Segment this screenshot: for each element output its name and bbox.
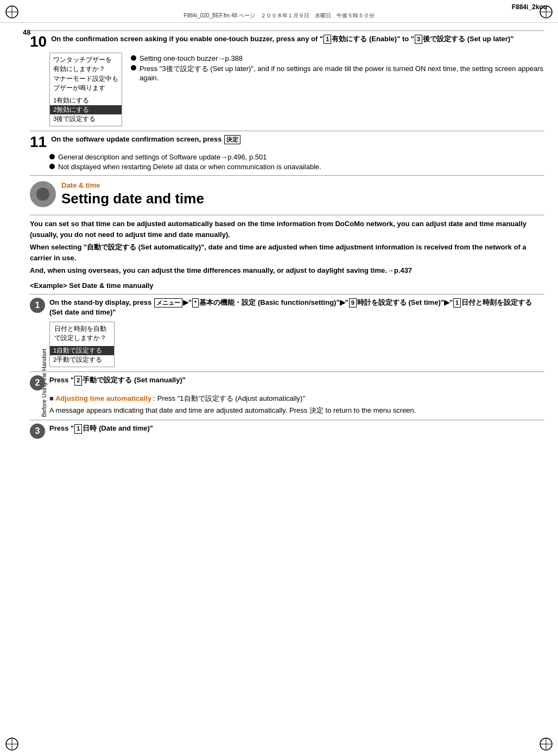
- step10-title: On the confirmation screen asking if you…: [51, 34, 544, 44]
- step2-note: ■ Adjusting time automatically : Press "…: [49, 394, 544, 415]
- step1-main-title: On the stand-by display, press メニュー▶"*基本…: [49, 298, 544, 318]
- section-icon-inner: [36, 188, 49, 201]
- step1-circle: 1: [30, 298, 45, 313]
- step1-mockup: 日付と時刻を自動 で設定しますか？ 1自動で設定する 2手動で設定する: [49, 322, 115, 367]
- step1-option1: 1自動で設定する: [50, 346, 114, 355]
- step10-screen-line1: ワンタッチブザーを: [50, 53, 122, 65]
- step11-header: 11 On the software update confirmation s…: [30, 134, 544, 150]
- step1-screen-container: 日付と時刻を自動 で設定しますか？ 1自動で設定する 2手動で設定する: [49, 322, 544, 367]
- step10-bullet1-text: Setting one-touch buzzer→p.388: [140, 54, 243, 62]
- note-kbd1: 1: [180, 394, 183, 402]
- step10-bullets: Setting one-touch buzzer→p.388 Press "3後…: [131, 53, 544, 126]
- note-desc2: to return to the menu screen.: [326, 406, 416, 414]
- step2-title1: Press ": [49, 376, 74, 384]
- divider-top: [30, 30, 544, 31]
- section-header-row: Date & time Setting date and time: [30, 181, 544, 212]
- step10-number: 10: [30, 34, 47, 49]
- step10-kbd1: 1: [324, 35, 331, 44]
- step11-kbd: 決定: [224, 135, 240, 144]
- step11-bullet2-text: Not displayed when restarting Delete all…: [58, 163, 321, 171]
- section-label: Date & time: [61, 181, 204, 189]
- step1-main-header: 1 On the stand-by display, press メニュー▶"*…: [30, 298, 544, 318]
- step1-title2: ▶": [183, 298, 192, 306]
- step2-main-title: Press "2手動で設定する (Set manually)": [49, 375, 544, 385]
- step3-circle: 3: [30, 424, 45, 439]
- step1-screen-line1: 日付と時刻を自動: [50, 322, 114, 334]
- intro-line2: When selecting "自動で設定する (Set automatical…: [30, 242, 544, 263]
- step11-title: On the software update confirmation scre…: [51, 134, 544, 144]
- step10-screen-line2: 有効にしますか？: [50, 65, 122, 74]
- bullet-circle-icon2: [131, 65, 136, 71]
- note-square-icon: ■: [49, 394, 55, 402]
- step3-main-header: 3 Press "1日時 (Date and time)": [30, 424, 544, 439]
- step1-kbd-star: *: [192, 298, 199, 307]
- step10-two-col: ワンタッチブザーを 有効にしますか？ マナーモード設定中も ブザーが鳴ります 1…: [49, 53, 544, 126]
- step10-header: 10 On the confirmation screen asking if …: [30, 34, 544, 49]
- step1-main-block: 1 On the stand-by display, press メニュー▶"*…: [30, 298, 544, 368]
- step2-circle: 2: [30, 375, 45, 390]
- step2-title2: 手動で設定する (Set manually)": [83, 376, 186, 384]
- step1-screen-line2: で設定しますか？: [50, 334, 114, 345]
- step11-bullet1-text: General description and settings of Soft…: [58, 153, 267, 161]
- step3-main-block: 3 Press "1日時 (Date and time)": [30, 424, 544, 439]
- step2-kbd2: 2: [74, 376, 82, 385]
- divider-6: [30, 420, 544, 420]
- step11-number: 11: [30, 134, 47, 150]
- step1-main-content: On the stand-by display, press メニュー▶"*基本…: [49, 298, 544, 318]
- note-text: 自動で設定する (Adjust automatically)": [184, 394, 306, 402]
- step1-kbd-9: 9: [349, 298, 357, 307]
- divider-2: [30, 175, 544, 176]
- step10-content: On the confirmation screen asking if you…: [51, 34, 544, 44]
- step11-bullets: General description and settings of Soft…: [49, 153, 544, 171]
- note-kbd-ketei: 決定: [309, 406, 324, 414]
- step1-title4: 時計を設定する (Set time)"▶": [357, 298, 453, 306]
- intro-line1: You can set so that time can be adjusted…: [30, 219, 544, 240]
- divider-1: [30, 131, 544, 131]
- bullet-circle-icon: [131, 55, 136, 61]
- step11-content: On the software update confirmation scre…: [51, 134, 544, 144]
- step1-title1: On the stand-by display, press: [49, 298, 154, 306]
- step10-kbd3: 3: [415, 35, 422, 44]
- step10-screen: ワンタッチブザーを 有効にしますか？ マナーモード設定中も ブザーが鳴ります 1…: [49, 53, 122, 126]
- step1-option2: 2手動で設定する: [50, 355, 114, 364]
- file-info: F884i_020_BEF.fm 48 ページ ２００８年１月９日 水曜日 午後…: [183, 12, 375, 20]
- main-content: 10 On the confirmation screen asking if …: [30, 27, 544, 729]
- bullet-circle-icon4: [49, 164, 55, 169]
- step10-screen-line4: ブザーが鳴ります: [50, 84, 122, 95]
- step3-title1: Press ": [49, 424, 74, 432]
- step3-main-content: Press "1日時 (Date and time)": [49, 424, 544, 433]
- step10-title-text2: 有効にする (Enable)" to ": [332, 35, 414, 43]
- divider-4: [30, 294, 544, 294]
- step10-bullet2-text: Press "3後で設定する (Set up later)", and if n…: [140, 64, 544, 82]
- step10-title-text1: On the confirmation screen asking if you…: [51, 35, 323, 43]
- section-title: Setting date and time: [61, 190, 204, 207]
- step10-option2: 2無効にする: [50, 105, 122, 114]
- corner-mark-br: [538, 736, 554, 752]
- step10-title-text3: 後で設定する (Set up later)": [423, 35, 513, 43]
- step1-options: 1自動で設定する 2手動で設定する: [50, 345, 114, 367]
- step1-kbd-menu: メニュー: [154, 298, 182, 307]
- step10-block: 10 On the confirmation screen asking if …: [30, 34, 544, 126]
- corner-mark-bl: [4, 736, 20, 752]
- step11-title-text: On the software update confirmation scre…: [51, 135, 221, 143]
- step10-option1: 1有効にする: [50, 96, 122, 105]
- divider-3: [30, 215, 544, 215]
- step10-bullet2: Press "3後で設定する (Set up later)", and if n…: [131, 64, 544, 82]
- bullet-circle-icon3: [49, 154, 55, 159]
- section-icon: [30, 181, 56, 207]
- step10-bullet1: Setting one-touch buzzer→p.388: [131, 54, 544, 62]
- step2-main-header: 2 Press "2手動で設定する (Set manually)": [30, 375, 544, 390]
- section-title-block: Date & time Setting date and time: [61, 181, 204, 212]
- note-colon: : Press ": [154, 394, 180, 402]
- step2-main-block: 2 Press "2手動で設定する (Set manually)" ■ Adju…: [30, 375, 544, 415]
- step11-bullet2: Not displayed when restarting Delete all…: [49, 163, 544, 171]
- intro-line3: And, when using overseas, you can adjust…: [30, 265, 544, 276]
- step3-title2: 日時 (Date and time)": [83, 424, 153, 432]
- step10-options: 1有効にする 2無効にする 3後で設定する: [50, 95, 122, 126]
- step10-mockup: ワンタッチブザーを 有効にしますか？ マナーモード設定中も ブザーが鳴ります 1…: [49, 53, 122, 126]
- note-block: ■ Adjusting time automatically : Press "…: [49, 394, 544, 403]
- step1-kbd-1: 1: [453, 298, 461, 307]
- step1-title3: 基本の機能・設定 (Basic function/setting)"▶": [199, 298, 348, 306]
- note-desc: A message appears indicating that date a…: [49, 406, 544, 415]
- note-desc-text: A message appears indicating that date a…: [49, 406, 307, 414]
